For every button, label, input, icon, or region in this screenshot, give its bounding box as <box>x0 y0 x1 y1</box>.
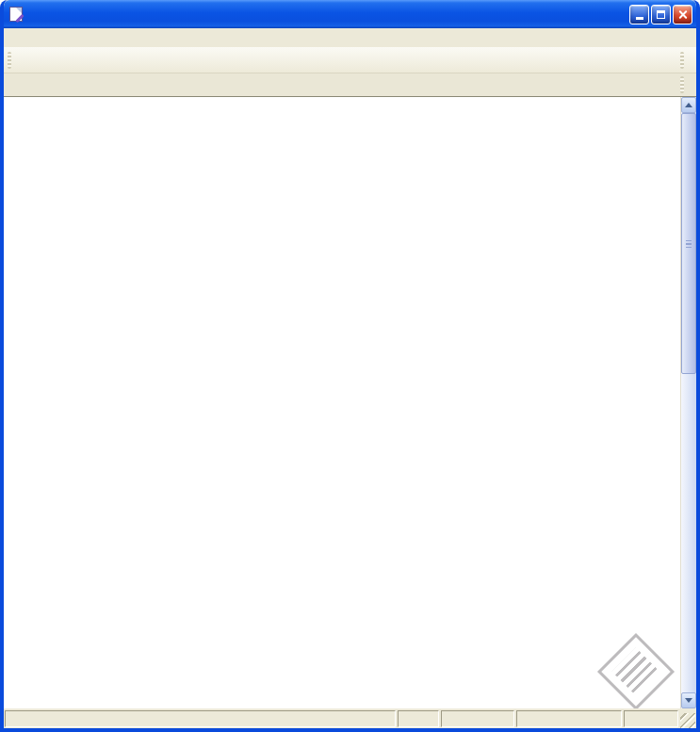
scrollbar-track[interactable] <box>681 113 696 692</box>
vertical-scrollbar[interactable] <box>680 97 696 708</box>
plugins-toolbar-grip[interactable] <box>680 76 684 93</box>
minimize-button[interactable] <box>629 5 649 24</box>
status-file-info <box>5 710 396 727</box>
title-bar[interactable] <box>4 0 696 28</box>
maximize-button[interactable] <box>651 5 671 24</box>
tools-toolbar-grip[interactable] <box>680 52 684 69</box>
status-cursor-position <box>441 710 514 727</box>
scroll-down-button[interactable] <box>681 692 696 708</box>
resize-grip[interactable] <box>680 713 695 728</box>
scroll-up-button[interactable] <box>681 97 696 113</box>
editor-area <box>4 97 696 708</box>
arrow-down-icon <box>685 698 692 703</box>
code-lines[interactable] <box>4 97 680 708</box>
app-icon <box>9 7 23 22</box>
close-button[interactable] <box>673 5 692 24</box>
maximize-icon <box>657 10 665 19</box>
toolbar-grip[interactable] <box>8 52 11 69</box>
menu-bar <box>4 28 696 47</box>
close-icon <box>677 9 688 20</box>
status-syntax <box>398 710 439 727</box>
minimize-icon <box>636 17 643 20</box>
toolbar-row <box>4 47 696 73</box>
emeditor-window <box>0 0 700 732</box>
scrollbar-thumb[interactable] <box>681 113 696 374</box>
tab-bar <box>4 73 696 97</box>
status-extra <box>624 710 678 727</box>
arrow-up-icon <box>685 103 692 107</box>
status-bar <box>4 708 696 728</box>
status-encoding <box>516 710 622 727</box>
text-editor[interactable] <box>4 97 680 708</box>
